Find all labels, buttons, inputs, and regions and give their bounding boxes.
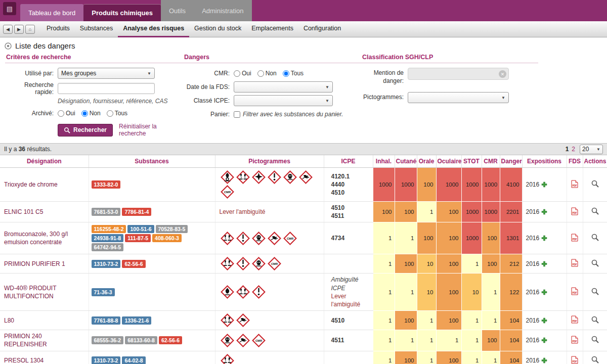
pictogrammes-cell: CMR bbox=[215, 222, 324, 254]
archived-option-oui[interactable]: Oui bbox=[58, 110, 75, 117]
cas-badge[interactable]: 68555-36-2 bbox=[92, 336, 124, 344]
tab-outils[interactable]: Outils bbox=[161, 0, 194, 21]
cmr-radio-non[interactable] bbox=[257, 70, 264, 77]
back-button[interactable]: ◀ bbox=[3, 25, 13, 34]
view-details-icon[interactable] bbox=[591, 259, 599, 267]
basket-checkbox[interactable] bbox=[234, 111, 240, 118]
reset-search-link[interactable]: Réinitialiser la recherche bbox=[119, 123, 183, 137]
cas-badge[interactable]: 68133-60-8 bbox=[125, 336, 157, 344]
cmr-option-tous[interactable]: Tous bbox=[283, 70, 304, 77]
back-arrow-icon: ◀ bbox=[6, 27, 10, 32]
pictogrammes-select[interactable]: ▼ bbox=[408, 92, 509, 103]
fds-pdf-icon[interactable]: PDF bbox=[571, 315, 578, 324]
oculaire-value-cell: 1 bbox=[436, 330, 461, 351]
add-exposition-icon[interactable] bbox=[541, 357, 547, 363]
inhal-value-cell: 1 bbox=[373, 274, 395, 311]
archived-option-non[interactable]: Non bbox=[81, 110, 101, 117]
cmr-radio-oui[interactable] bbox=[234, 70, 240, 77]
exposition-entry: 2016 bbox=[526, 180, 564, 189]
cas-badge[interactable]: 111-87-5 bbox=[125, 234, 151, 242]
add-exposition-icon[interactable] bbox=[541, 235, 547, 241]
icpe-cell: 45104511 bbox=[324, 202, 373, 222]
cas-badge[interactable]: 100-51-6 bbox=[127, 225, 154, 233]
cas-badge[interactable]: 24938-91-8 bbox=[92, 234, 124, 242]
cas-badge[interactable]: 7761-88-8 bbox=[92, 316, 121, 325]
archived-radio-non[interactable] bbox=[81, 110, 88, 117]
pictogrammes-cell: CMR bbox=[215, 168, 324, 202]
fds-pdf-icon[interactable]: PDF bbox=[571, 207, 578, 215]
stot-value-cell: 1 bbox=[461, 330, 482, 351]
cas-badge[interactable]: 1333-82-0 bbox=[92, 180, 121, 189]
fds-pdf-icon[interactable]: PDF bbox=[571, 234, 578, 242]
menu-item-configuration[interactable]: Configuration bbox=[298, 21, 346, 37]
cas-badge[interactable]: 64-02-8 bbox=[122, 356, 145, 364]
cmr-radio-tous[interactable] bbox=[283, 70, 289, 77]
add-exposition-icon[interactable] bbox=[541, 209, 547, 215]
view-details-icon[interactable] bbox=[591, 233, 599, 242]
cas-badge[interactable]: 116255-48-2 bbox=[92, 225, 126, 233]
used-by-select[interactable]: Mes groupes ▼ bbox=[58, 68, 155, 79]
search-button[interactable]: Rechercher bbox=[58, 124, 113, 136]
view-details-icon[interactable] bbox=[591, 179, 599, 188]
add-exposition-icon[interactable] bbox=[541, 181, 547, 188]
cas-badge[interactable]: 408-060-3 bbox=[152, 234, 182, 242]
view-details-icon[interactable] bbox=[591, 335, 599, 344]
archived-radio-oui[interactable] bbox=[58, 110, 64, 117]
criteria-column: Critères de recherche Utilisé par: Mes g… bbox=[5, 54, 183, 140]
forward-button[interactable]: ▶ bbox=[14, 25, 24, 34]
view-details-icon[interactable] bbox=[591, 355, 599, 364]
cmr-option-non[interactable]: Non bbox=[257, 70, 277, 77]
fds-date-select[interactable]: ▼ bbox=[234, 81, 333, 93]
cas-badge[interactable]: 7786-81-4 bbox=[122, 208, 151, 216]
lever-ambiguite-link[interactable]: Lever l'ambiguïté bbox=[220, 208, 266, 215]
lever-ambiguite-link[interactable]: Lever l'ambiguïté bbox=[331, 293, 361, 308]
menu-item-substances[interactable]: Substances bbox=[75, 21, 118, 37]
app-menu-button[interactable]: ▤ bbox=[3, 2, 16, 15]
add-exposition-icon[interactable] bbox=[541, 337, 547, 343]
fds-pdf-icon[interactable]: PDF bbox=[571, 287, 578, 295]
quick-search-input[interactable] bbox=[58, 83, 155, 94]
cas-badge[interactable]: 1310-73-2 bbox=[92, 260, 121, 268]
cas-badge[interactable]: 7681-53-0 bbox=[92, 208, 121, 216]
menu-item-analyse-des-risques[interactable]: Analyse des risques bbox=[118, 21, 189, 37]
clear-icon[interactable]: ✕ bbox=[499, 70, 506, 78]
page-size-select[interactable]: 20 ▼ bbox=[580, 145, 603, 154]
archived-radio-tous[interactable] bbox=[107, 110, 113, 117]
add-exposition-icon[interactable] bbox=[541, 317, 547, 324]
danger-value-cell: 122 bbox=[500, 274, 522, 311]
cas-badge[interactable]: 64742-94-5 bbox=[92, 243, 124, 251]
menu-item-gestion-du-stock[interactable]: Gestion du stock bbox=[189, 21, 246, 37]
cas-badge[interactable]: 1310-73-2 bbox=[92, 356, 121, 364]
add-exposition-icon[interactable] bbox=[541, 261, 547, 267]
view-details-icon[interactable] bbox=[591, 207, 599, 215]
cas-badge[interactable]: 1336-21-6 bbox=[122, 316, 151, 325]
svg-text:PDF: PDF bbox=[572, 340, 577, 342]
home-button[interactable]: ⌂ bbox=[25, 25, 35, 34]
view-details-icon[interactable] bbox=[591, 315, 599, 324]
fds-pdf-icon[interactable]: PDF bbox=[571, 356, 578, 364]
mention-danger-input[interactable]: ✕ bbox=[408, 68, 509, 80]
cas-badge[interactable]: 62-56-6 bbox=[159, 336, 182, 344]
archived-option-tous[interactable]: Tous bbox=[107, 110, 127, 117]
menu-item-produits[interactable]: Produits bbox=[41, 21, 75, 37]
menu-item-emplacements[interactable]: Emplacements bbox=[246, 21, 298, 37]
cas-badge[interactable]: 70528-83-5 bbox=[156, 225, 188, 233]
icpe-class-select[interactable]: ▼ bbox=[234, 95, 333, 106]
designation-cell: PRIMION 240 REPLENISHER bbox=[0, 330, 89, 351]
view-details-icon[interactable] bbox=[591, 287, 599, 296]
cmr-option-oui[interactable]: Oui bbox=[234, 70, 251, 77]
cas-badge[interactable]: 62-56-6 bbox=[122, 260, 145, 268]
fds-pdf-icon[interactable]: PDF bbox=[571, 336, 578, 344]
exposition-entry: 2016 bbox=[526, 316, 564, 325]
tab-produits-chimiques[interactable]: Produits chimiques bbox=[83, 4, 161, 21]
tab-tableau-de-bord[interactable]: Tableau de bord bbox=[20, 4, 83, 21]
fds-pdf-icon[interactable]: PDF bbox=[571, 180, 578, 188]
fds-pdf-icon[interactable]: PDF bbox=[571, 259, 578, 267]
orale-value-cell: 1 bbox=[417, 330, 436, 351]
add-exposition-icon[interactable] bbox=[541, 289, 547, 295]
pictogrammes-cell: CMR bbox=[215, 330, 324, 351]
tab-administration[interactable]: Administration bbox=[194, 0, 251, 21]
page-2[interactable]: 2 bbox=[572, 146, 575, 153]
cas-badge[interactable]: 71-36-3 bbox=[92, 288, 115, 296]
chevron-down-icon: ▼ bbox=[147, 71, 151, 76]
